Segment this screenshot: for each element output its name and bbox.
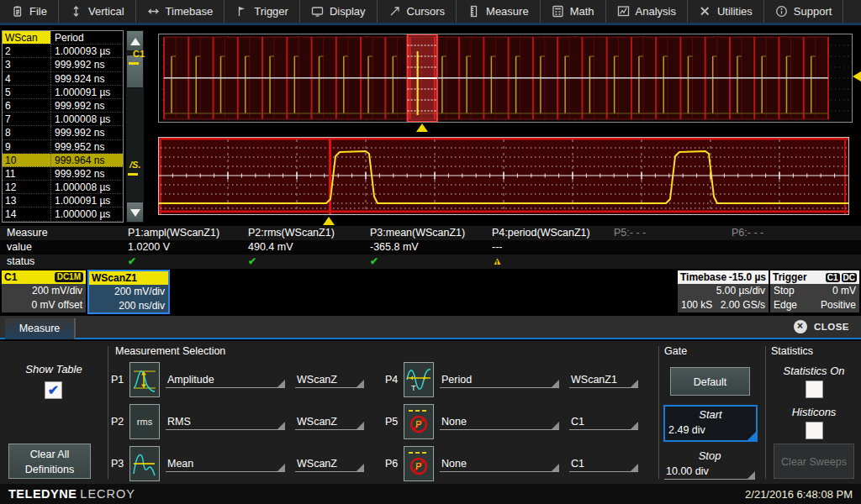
close-button[interactable]: × CLOSE xyxy=(794,320,849,333)
dialog-tab-bar: Measure × CLOSE xyxy=(0,316,861,339)
scan-table-row-13[interactable]: 131.000091 µs xyxy=(3,194,123,207)
trigger-slope: Positive xyxy=(821,298,856,312)
menu-analysis[interactable]: Analysis xyxy=(606,0,688,23)
scan-table-row-3[interactable]: 3999.992 ns xyxy=(3,58,123,71)
trigger-icon xyxy=(235,5,248,18)
p5-source-dropdown[interactable]: C1 xyxy=(569,414,638,430)
c1-level-marker xyxy=(129,62,139,65)
scan-table-row-4[interactable]: 4999.924 ns xyxy=(3,72,123,86)
scan-table-row-9[interactable]: 9999.952 ns xyxy=(3,140,123,154)
menu-utilities[interactable]: Utilities xyxy=(688,0,764,23)
scan-table-row-14[interactable]: 141.000000 µs xyxy=(3,207,123,221)
tab-measure[interactable]: Measure xyxy=(5,318,76,339)
menu-math[interactable]: Math xyxy=(541,0,606,23)
mean-icon[interactable] xyxy=(129,446,160,481)
timebase-per-div: 5.00 µs/div xyxy=(681,284,765,298)
scan-table-row-12[interactable]: 121.000008 µs xyxy=(3,181,123,194)
c1-offset: 0 mV offset xyxy=(5,298,82,312)
waveform-panel-zoom[interactable] xyxy=(158,137,849,215)
gate-default-button[interactable]: Default xyxy=(670,367,750,396)
status-ok-icon: ✔ xyxy=(128,255,136,269)
timebase-offset: -15.0 µs xyxy=(729,271,766,284)
period-icon[interactable]: T xyxy=(404,362,434,397)
segment-position-marker-icon[interactable] xyxy=(416,123,428,132)
scroll-down-arrow-icon[interactable] xyxy=(126,202,144,223)
none-measurement-icon[interactable]: P xyxy=(404,404,434,439)
rms-icon[interactable]: rms xyxy=(129,404,160,439)
menu-measure[interactable]: Measure xyxy=(457,0,541,23)
menu-display[interactable]: Display xyxy=(300,0,378,23)
p4-measurement-dropdown[interactable]: Period xyxy=(440,372,559,388)
p3-measurement-dropdown[interactable]: Mean xyxy=(166,456,285,472)
cursors-icon xyxy=(388,5,401,18)
menu-vertical[interactable]: Vertical xyxy=(59,0,136,23)
wscanz1-descriptor[interactable]: WScanZ1 200 mV/div 200 ns/div xyxy=(87,270,170,314)
status-ok-icon: ✔ xyxy=(370,255,378,269)
show-table-checkbox[interactable]: ✔ xyxy=(45,381,62,399)
measure-value-p2: 490.4 mV xyxy=(248,240,293,255)
p2-source-dropdown[interactable]: WScanZ xyxy=(295,414,364,430)
p5-measurement-dropdown[interactable]: None xyxy=(440,414,559,430)
amplitude-icon[interactable] xyxy=(129,362,160,397)
scan-table-row-7[interactable]: 71.000008 µs xyxy=(3,113,123,126)
statistics-on-checkbox[interactable] xyxy=(806,381,823,398)
none-measurement-icon[interactable]: P xyxy=(404,446,434,481)
scan-table-row-5[interactable]: 51.000091 µs xyxy=(3,86,123,99)
p3-label: P3 xyxy=(111,458,129,470)
gate-stop-field[interactable]: Stop 10.00 div xyxy=(664,449,755,480)
waveform-panel-main[interactable] xyxy=(158,34,853,123)
p1-measurement-dropdown[interactable]: Amplitude xyxy=(166,372,285,388)
p6-measurement-dropdown[interactable]: None xyxy=(440,456,559,472)
close-icon[interactable]: × xyxy=(794,320,807,333)
scan-table-row-11[interactable]: 11999.992 ns xyxy=(3,167,123,181)
c1-title: C1 xyxy=(4,271,17,284)
trigger-type: Edge xyxy=(774,298,797,312)
svg-text:P: P xyxy=(415,419,421,429)
wscan-period-table[interactable]: WScanPeriod21.000093 µs3999.992 ns4999.9… xyxy=(2,30,124,223)
histicons-checkbox[interactable] xyxy=(806,422,823,439)
wscanz1-title: WScanZ1 xyxy=(92,272,137,285)
menu-trigger[interactable]: Trigger xyxy=(224,0,300,23)
display-icon xyxy=(311,5,324,18)
p1-source-dropdown[interactable]: WScanZ xyxy=(295,372,364,388)
measure-header-p3: P3:mean(WScanZ1) xyxy=(370,226,465,240)
scrollbar-thumb[interactable] xyxy=(126,55,144,88)
measure-header-p1: P1:ampl(WScanZ1) xyxy=(128,226,219,240)
measure-header-p6: P6:- - - xyxy=(732,226,763,240)
p6-source-dropdown[interactable]: C1 xyxy=(569,456,638,472)
clear-sweeps-button[interactable]: Clear Sweeps xyxy=(774,444,854,479)
scan-table-row-2[interactable]: 21.000093 µs xyxy=(3,45,123,58)
p2-measurement-dropdown[interactable]: RMS xyxy=(166,414,285,430)
analysis-icon xyxy=(617,5,630,18)
trigger-descriptor[interactable]: Trigger C1DC Stop 0 mV Edge Positive xyxy=(770,270,859,312)
clock: 2/21/2016 6:48:08 PM xyxy=(745,488,853,501)
measure-dialog-body: Show Table ✔ Clear All Definitions Measu… xyxy=(0,341,861,484)
scan-table-scrollbar[interactable] xyxy=(126,30,144,223)
file-icon xyxy=(11,5,24,18)
menu-support[interactable]: Support xyxy=(764,0,844,23)
timebase-samplerate: 2.00 GS/s xyxy=(721,298,765,312)
gate-start-field[interactable]: Start 2.49 div xyxy=(663,405,758,442)
menu-timebase[interactable]: Timebase xyxy=(136,0,225,23)
measure-header-p2: P2:rms(WScanZ1) xyxy=(248,226,335,240)
measure-strip-row-Measure: MeasureP1:ampl(WScanZ1)P2:rms(WScanZ1)P3… xyxy=(0,226,861,240)
channel-c1-descriptor[interactable]: C1 DC1M 200 mV/div 0 mV offset xyxy=(2,270,86,312)
gate-stop-value[interactable]: 10.00 div xyxy=(664,464,755,480)
trigger-level: 0 mV xyxy=(832,284,856,298)
clear-all-definitions-button[interactable]: Clear All Definitions xyxy=(8,444,91,479)
scan-table-row-6[interactable]: 6999.992 ns xyxy=(3,99,123,113)
trigger-position-marker-icon[interactable] xyxy=(323,217,335,225)
gate-start-label: Start xyxy=(665,407,756,423)
scan-table-row-8[interactable]: 8999.992 ns xyxy=(3,126,123,139)
gate-stop-label: Stop xyxy=(664,449,755,464)
p3-source-dropdown[interactable]: WScanZ xyxy=(295,456,364,472)
measure-strip-row-status: status✔✔✔▲! xyxy=(0,255,861,269)
menu-cursors[interactable]: Cursors xyxy=(378,0,457,23)
trigger-level-marker-icon[interactable] xyxy=(853,71,861,81)
measure-header-p5: P5:- - - xyxy=(614,226,646,240)
scan-table-row-10[interactable]: 10999.964 ns xyxy=(3,154,123,167)
p4-source-dropdown[interactable]: WScanZ1 xyxy=(569,372,638,388)
timebase-descriptor[interactable]: Timebase -15.0 µs 5.00 µs/div 100 kS 2.0… xyxy=(678,270,769,312)
menu-file[interactable]: File xyxy=(0,0,59,23)
p6-label: P6 xyxy=(385,458,404,470)
